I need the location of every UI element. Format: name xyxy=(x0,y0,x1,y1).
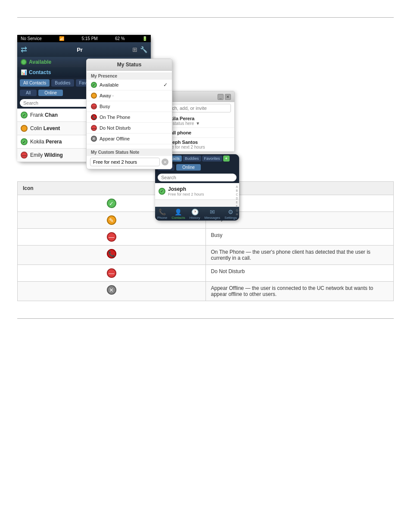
busy-table-icon: — xyxy=(107,232,116,242)
kokila-name: Kokila Perera xyxy=(30,139,62,145)
dnd-table-icon: — xyxy=(107,268,116,278)
onphone-item-icon: 📞 xyxy=(91,114,97,120)
joseph-status-icon: ✓ xyxy=(159,188,165,195)
emily-status-icon: — xyxy=(21,152,28,159)
footer-contacts-icon: 👤 xyxy=(174,208,182,215)
dnd-item-icon: — xyxy=(91,125,97,131)
presence-section-title: My Presence xyxy=(87,72,172,80)
frank-name: Frank Chan xyxy=(30,112,58,118)
signal-text: No Service xyxy=(21,36,42,41)
footer-contacts[interactable]: 👤 Contacts xyxy=(171,208,185,220)
status-away-item[interactable]: Away · xyxy=(87,90,172,101)
onphone-table-icon: 📞 xyxy=(107,249,116,258)
header-action-icons: ⊞ 🔧 xyxy=(132,46,147,53)
page-content: No Service 📶 5:15 PM 62 % 🔋 ⇄ Pr ⊞ 🔧 Ava… xyxy=(0,18,411,310)
onphone-icon-cell: 📞 xyxy=(23,249,200,258)
offline-table-icon: ✕ xyxy=(107,285,116,295)
away-table-icon: ✎ xyxy=(107,215,116,225)
available-item-icon: ✓ xyxy=(91,82,97,88)
table-cell-busy-desc: Busy xyxy=(206,229,394,246)
footer-settings-icon: ⚙ xyxy=(228,208,234,215)
joseph-name: Joseph xyxy=(168,186,204,192)
footer-phone-label: Phone xyxy=(157,216,167,220)
chat-controls: _ ✕ xyxy=(218,94,231,100)
table-cell-dnd-desc: Do Not Disturb xyxy=(206,265,394,282)
table-cell-offline-desc: Appear Offline — the user is connected t… xyxy=(206,282,394,301)
footer-contacts-label: Contacts xyxy=(171,216,185,220)
small-contact-list: ✓ Joseph Free for next 2 hours ABCDEFGH xyxy=(155,183,239,207)
status-offline-item[interactable]: ✕ Appear Offline xyxy=(87,134,172,144)
status-onphone-item[interactable]: 📞 On The Phone xyxy=(87,112,172,123)
footer-phone-icon: 📞 xyxy=(159,208,166,215)
footer-phone[interactable]: 📞 Phone xyxy=(157,208,167,220)
away-item-label: Away · xyxy=(100,93,114,98)
table-cell-onphone-desc: On The Phone — the user's phone client h… xyxy=(206,246,394,265)
table-cell-onphone-icon: 📞 xyxy=(18,246,206,265)
table-row-onphone: 📞 On The Phone — the user's phone client… xyxy=(18,246,394,265)
bottom-rule xyxy=(17,318,394,319)
footer-messages-icon: ✉ xyxy=(210,208,215,215)
footer-settings-label: Settings xyxy=(224,216,237,220)
battery-icon: 🔋 xyxy=(142,36,147,41)
phone-status-bar: No Service 📶 5:15 PM 62 % 🔋 xyxy=(17,35,151,42)
header-title: Pr xyxy=(77,47,83,53)
time-display: 5:15 PM xyxy=(81,36,97,41)
busy-item-label: Busy xyxy=(100,104,110,109)
small-search-bar xyxy=(155,172,239,183)
sub-tab-online[interactable]: Online xyxy=(38,90,63,96)
small-joseph-item[interactable]: ✓ Joseph Free for next 2 hours ABCDEFGH xyxy=(155,183,239,200)
footer-messages-label: Messages xyxy=(205,216,220,220)
status-available-item[interactable]: ✓ Available ✓ xyxy=(87,80,172,90)
small-sub-online[interactable]: Online xyxy=(176,164,201,171)
small-tab-favorites[interactable]: Favorites xyxy=(202,156,222,162)
offline-item-label: Appear Offline xyxy=(100,136,130,141)
sub-tab-all[interactable]: All xyxy=(20,90,37,96)
custom-status-title: My Custom Status Note xyxy=(87,149,172,156)
wrench-icon[interactable]: 🔧 xyxy=(140,46,147,53)
footer-history-label: History xyxy=(190,216,200,220)
dnd-item-label: Do Not Disturb xyxy=(100,125,131,131)
status-dropdown-icon[interactable]: ▼ xyxy=(196,121,200,126)
tab-all-contacts[interactable]: All Contacts xyxy=(20,79,50,87)
battery-text: 62 % xyxy=(115,36,125,41)
away-item-icon xyxy=(91,93,97,99)
small-add-btn[interactable]: + xyxy=(223,156,230,162)
chat-minimize-btn[interactable]: _ xyxy=(218,94,224,100)
footer-messages[interactable]: ✉ Messages xyxy=(205,208,220,220)
joseph-status-text: Free for next 2 hours xyxy=(168,192,204,196)
status-popup-presence-section: My Presence ✓ Available ✓ Away · — Busy … xyxy=(87,71,172,146)
status-dnd-item[interactable]: — Do Not Disturb xyxy=(87,123,172,134)
custom-clear-button[interactable]: ✕ xyxy=(162,159,168,165)
phone-header: ⇄ Pr ⊞ 🔧 xyxy=(17,42,151,57)
offline-icon-cell: ✕ xyxy=(23,285,200,295)
colin-status-icon xyxy=(21,125,28,132)
offline-item-icon: ✕ xyxy=(91,136,97,142)
available-item-label: Available xyxy=(100,82,118,87)
screenshot-area: No Service 📶 5:15 PM 62 % 🔋 ⇄ Pr ⊞ 🔧 Ava… xyxy=(17,35,394,168)
table-cell-busy-icon: — xyxy=(18,229,206,246)
custom-status-input-row: ✕ xyxy=(90,158,168,166)
tab-buddies[interactable]: Buddies xyxy=(51,79,74,87)
small-search-input[interactable] xyxy=(158,174,237,181)
wifi-icon: 📶 xyxy=(59,36,64,41)
small-tab-buddies[interactable]: Buddies xyxy=(183,156,201,162)
footer-history[interactable]: 🕐 History xyxy=(190,208,200,220)
status-popup: My Status My Presence ✓ Available ✓ Away… xyxy=(86,59,172,169)
chat-close-btn[interactable]: ✕ xyxy=(225,94,231,100)
footer-settings[interactable]: ⚙ Settings xyxy=(224,208,237,220)
nav-icon: ⇄ xyxy=(21,45,27,54)
onphone-item-label: On The Phone xyxy=(100,115,130,120)
table-row-busy: — Busy xyxy=(18,229,394,246)
custom-status-input[interactable] xyxy=(90,158,160,166)
table-cell-dnd-icon: — xyxy=(18,265,206,282)
grid-icon[interactable]: ⊞ xyxy=(132,46,137,53)
contacts-icon: 📊 xyxy=(21,69,27,75)
status-busy-item[interactable]: — Busy xyxy=(87,101,172,112)
dnd-icon-cell: — xyxy=(23,268,200,278)
small-sidebar-letters: ABCDEFGH xyxy=(236,185,238,216)
kokila-status-icon: ✓ xyxy=(21,138,28,145)
custom-status-section: My Custom Status Note ✕ xyxy=(87,146,172,169)
available-table-icon: ✓ xyxy=(107,199,116,208)
available-status-icon xyxy=(21,59,27,65)
busy-icon-cell: — xyxy=(23,232,200,242)
